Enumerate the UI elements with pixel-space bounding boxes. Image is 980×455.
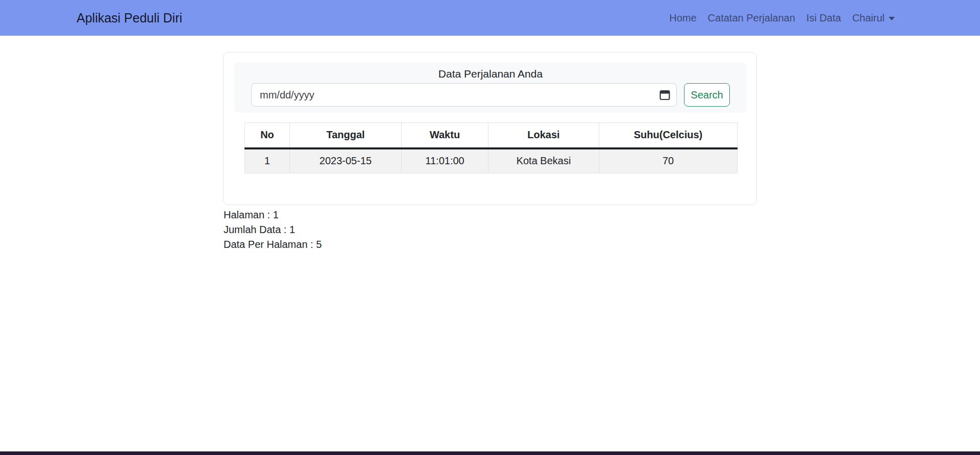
column-header-no: No bbox=[245, 123, 290, 148]
nav-item-home[interactable]: Home bbox=[664, 12, 702, 24]
data-perjalanan-card: Data Perjalanan Anda Search bbox=[223, 52, 757, 205]
bottom-edge-bar bbox=[0, 451, 980, 455]
date-field-wrapper bbox=[251, 83, 677, 107]
results-table-wrapper: No Tanggal Waktu Lokasi Suhu(Celcius) 1 … bbox=[244, 122, 738, 173]
user-dropdown-toggle[interactable]: Chairul bbox=[847, 12, 900, 24]
cell-tanggal: 2023-05-15 bbox=[290, 148, 402, 173]
nav-item-catatan-perjalanan[interactable]: Catatan Perjalanan bbox=[702, 12, 801, 24]
nav-menu: Home Catatan Perjalanan Isi Data Chairul bbox=[664, 12, 900, 24]
cell-waktu: 11:01:00 bbox=[402, 148, 488, 173]
column-header-tanggal: Tanggal bbox=[290, 123, 402, 148]
table-row: 1 2023-05-15 11:01:00 Kota Bekasi 70 bbox=[245, 148, 738, 173]
cell-no: 1 bbox=[245, 148, 290, 173]
column-header-waktu: Waktu bbox=[402, 123, 488, 148]
nav-item-isi-data[interactable]: Isi Data bbox=[801, 12, 847, 24]
pagination-stats: Halaman : 1 Jumlah Data : 1 Data Per Hal… bbox=[224, 208, 322, 252]
caret-down-icon bbox=[889, 17, 895, 20]
stat-data-per-halaman: Data Per Halaman : 5 bbox=[224, 237, 322, 252]
panel-title: Data Perjalanan Anda bbox=[234, 62, 747, 80]
search-row: Search bbox=[251, 83, 730, 107]
results-table: No Tanggal Waktu Lokasi Suhu(Celcius) 1 … bbox=[244, 122, 738, 173]
app-brand[interactable]: Aplikasi Peduli Diri bbox=[77, 11, 182, 26]
user-dropdown-label: Chairul bbox=[852, 12, 885, 23]
calendar-icon[interactable] bbox=[659, 89, 670, 100]
search-button[interactable]: Search bbox=[684, 83, 730, 107]
stat-halaman: Halaman : 1 bbox=[224, 208, 322, 222]
column-header-lokasi: Lokasi bbox=[488, 123, 599, 148]
navbar: Aplikasi Peduli Diri Home Catatan Perjal… bbox=[0, 0, 980, 36]
date-search-input[interactable] bbox=[251, 83, 677, 107]
stat-jumlah-data: Jumlah Data : 1 bbox=[224, 222, 322, 237]
table-header-row: No Tanggal Waktu Lokasi Suhu(Celcius) bbox=[245, 123, 738, 148]
column-header-suhu: Suhu(Celcius) bbox=[599, 123, 738, 148]
cell-suhu: 70 bbox=[599, 148, 738, 173]
cell-lokasi: Kota Bekasi bbox=[488, 148, 599, 173]
search-panel: Data Perjalanan Anda Search bbox=[234, 62, 747, 113]
